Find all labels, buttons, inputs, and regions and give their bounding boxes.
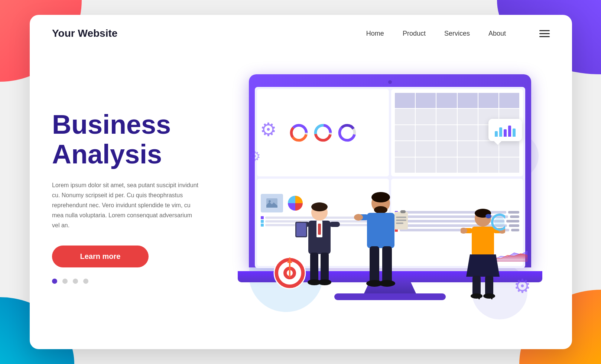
svg-point-44	[379, 280, 395, 287]
mini-bar-5	[513, 129, 516, 137]
gear-icon-right: ⚙	[514, 275, 531, 297]
svg-point-27	[318, 279, 331, 285]
person-center-svg	[353, 191, 409, 306]
nav-home[interactable]: Home	[366, 30, 384, 38]
person-left-figure	[295, 201, 344, 305]
logo: Your Website	[52, 27, 117, 39]
svg-rect-38	[396, 217, 406, 218]
svg-rect-23	[296, 223, 306, 236]
hero-title: Business Analysis	[52, 110, 230, 169]
image-widget	[261, 194, 283, 212]
mini-bar-4	[508, 126, 511, 137]
gear-icon-large: ⚙	[260, 119, 277, 140]
laptop-illustration	[238, 74, 542, 327]
svg-rect-18	[318, 224, 321, 235]
svg-rect-25	[321, 253, 329, 282]
person-right-figure	[461, 208, 505, 305]
hamburger-menu[interactable]	[539, 30, 550, 37]
person-left-svg	[295, 201, 344, 305]
navigation: Home Product Services About	[366, 30, 550, 38]
svg-point-30	[374, 206, 387, 214]
main-card: Your Website Home Product Services About…	[30, 15, 572, 349]
svg-rect-42	[382, 246, 392, 283]
content-area: Business Analysis Lorem ipsum dolor sit …	[30, 52, 572, 349]
svg-rect-37	[400, 210, 406, 213]
person-right-svg	[461, 208, 505, 305]
nav-about[interactable]: About	[488, 30, 506, 38]
svg-point-58	[471, 293, 483, 299]
carousel-dot-1[interactable]	[52, 279, 57, 284]
svg-point-59	[483, 293, 495, 299]
hero-title-line2: Analysis	[52, 139, 162, 169]
donut-chart-1	[289, 123, 309, 143]
svg-rect-61	[491, 294, 493, 299]
image-icon	[266, 198, 277, 208]
svg-point-12	[269, 200, 271, 202]
svg-rect-31	[367, 213, 394, 248]
carousel-dots	[52, 279, 230, 284]
hamburger-line-2	[539, 33, 550, 34]
svg-rect-48	[472, 227, 494, 256]
gear-icon-small: ⚙	[249, 149, 261, 164]
mini-bar-2	[499, 127, 502, 137]
nav-services[interactable]: Services	[444, 30, 470, 38]
svg-rect-41	[370, 246, 379, 283]
hero-title-line1: Business	[52, 110, 171, 139]
screen-donut-panel	[257, 89, 389, 176]
hamburger-line-3	[539, 36, 550, 37]
carousel-dot-3[interactable]	[73, 279, 78, 284]
donut-chart-3	[337, 123, 357, 143]
svg-rect-57	[485, 276, 493, 296]
carousel-dot-2[interactable]	[62, 279, 68, 284]
donut-charts	[289, 123, 357, 143]
hero-illustration: ⚙ ⚙ ⚙	[230, 59, 550, 349]
svg-rect-20	[329, 222, 340, 227]
svg-rect-56	[472, 276, 481, 296]
person-center-figure	[353, 191, 409, 306]
donut-chart-2	[313, 123, 333, 143]
svg-point-34	[354, 214, 363, 221]
svg-rect-39	[396, 220, 406, 221]
mini-bar-3	[504, 129, 507, 137]
header: Your Website Home Product Services About	[30, 15, 572, 52]
left-panel: Business Analysis Lorem ipsum dolor sit …	[52, 59, 230, 349]
svg-point-47	[485, 214, 491, 218]
svg-point-54	[494, 217, 505, 227]
chat-bubble	[488, 119, 522, 141]
svg-point-15	[311, 202, 328, 211]
mini-bar-1	[495, 131, 498, 137]
svg-rect-24	[310, 253, 318, 282]
mini-bar-chart	[495, 124, 516, 137]
carousel-dot-4[interactable]	[83, 279, 88, 284]
nav-product[interactable]: Product	[403, 30, 426, 38]
svg-rect-40	[396, 222, 403, 224]
learn-more-button[interactable]: Learn more	[52, 246, 149, 267]
hero-description: Lorem ipsum dolor sit amet, sea putant s…	[52, 180, 201, 231]
svg-point-29	[371, 192, 390, 202]
svg-rect-60	[478, 294, 480, 299]
hamburger-line-1	[539, 30, 550, 31]
